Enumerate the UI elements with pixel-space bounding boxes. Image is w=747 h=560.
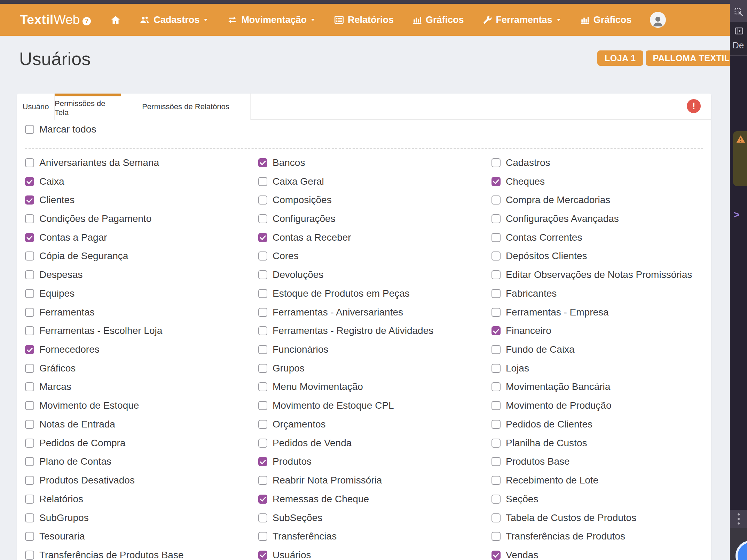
permission-checkbox[interactable] <box>492 551 501 560</box>
permission-checkbox[interactable] <box>25 513 34 522</box>
permission-label[interactable]: Movimento de Estoque CPL <box>273 400 394 411</box>
permission-label[interactable]: Configurações Avançadas <box>506 213 619 224</box>
permission-label[interactable]: Vendas <box>506 550 538 560</box>
permission-checkbox[interactable] <box>258 308 267 317</box>
permission-checkbox[interactable] <box>492 214 501 223</box>
permission-label[interactable]: Pedidos de Clientes <box>506 419 592 430</box>
permission-checkbox[interactable] <box>258 476 267 485</box>
console-prompt-chevron[interactable]: > <box>733 209 740 221</box>
tab-permissoes-tela[interactable]: Permissões de Tela <box>55 94 121 120</box>
user-avatar[interactable] <box>650 12 666 28</box>
permission-label[interactable]: Reabrir Nota Promissória <box>273 475 382 486</box>
permission-label[interactable]: Caixa <box>39 176 64 187</box>
permission-checkbox[interactable] <box>492 401 501 410</box>
permission-checkbox[interactable] <box>258 177 267 186</box>
permission-checkbox[interactable] <box>492 177 501 186</box>
permission-checkbox[interactable] <box>258 195 267 205</box>
permission-label[interactable]: Transferências de Produtos Base <box>39 550 184 560</box>
permission-label[interactable]: Equipes <box>39 288 74 299</box>
permission-label[interactable]: Aniversariantes da Semana <box>39 157 159 168</box>
permission-label[interactable]: Planilha de Custos <box>506 438 587 449</box>
permission-label[interactable]: Ferramentas - Empresa <box>506 307 609 318</box>
permission-checkbox[interactable] <box>25 326 34 335</box>
permission-checkbox[interactable] <box>258 233 267 242</box>
permission-checkbox[interactable] <box>25 532 34 541</box>
permission-label[interactable]: Contas Correntes <box>506 232 582 243</box>
permission-label[interactable]: Usuários <box>273 550 311 560</box>
store-button-company[interactable]: PALLOMA TEXTIL <box>646 50 737 66</box>
permission-checkbox[interactable] <box>492 439 501 448</box>
permission-label[interactable]: Configurações <box>273 213 336 224</box>
permission-checkbox[interactable] <box>258 158 267 167</box>
permission-checkbox[interactable] <box>25 270 34 279</box>
permission-label[interactable]: Orçamentos <box>273 419 326 430</box>
permission-label[interactable]: Tesouraria <box>39 531 85 542</box>
permission-checkbox[interactable] <box>25 439 34 448</box>
permission-label[interactable]: SubGrupos <box>39 512 89 523</box>
permission-label[interactable]: Movimento de Produção <box>506 400 612 411</box>
console-warning-entry[interactable] <box>733 131 747 186</box>
nav-item-home[interactable] <box>110 15 121 25</box>
permission-checkbox[interactable] <box>25 457 34 466</box>
nav-item-ferramentas[interactable]: Ferramentas <box>482 15 561 25</box>
permission-label[interactable]: Compra de Mercadorias <box>506 194 610 206</box>
permission-checkbox[interactable] <box>492 457 501 466</box>
permission-checkbox[interactable] <box>258 382 267 391</box>
store-button-loja[interactable]: LOJA 1 <box>597 50 643 66</box>
permission-label[interactable]: Cadastros <box>506 157 550 168</box>
nav-item-movimenta-o[interactable]: Movimentação <box>227 15 316 25</box>
permission-checkbox[interactable] <box>25 551 34 560</box>
permission-label[interactable]: Transferências <box>273 531 337 542</box>
permission-label[interactable]: Produtos Desativados <box>39 475 135 486</box>
permission-label[interactable]: Fundo de Caixa <box>506 344 575 355</box>
permission-label[interactable]: Ferramentas - Aniversariantes <box>273 307 403 318</box>
permission-checkbox[interactable] <box>258 513 267 522</box>
permission-checkbox[interactable] <box>492 233 501 242</box>
permission-label[interactable]: Plano de Contas <box>39 456 111 467</box>
permission-label[interactable]: Editar Observações de Notas Promissórias <box>506 269 692 280</box>
permission-label[interactable]: Cópia de Segurança <box>39 250 128 262</box>
permission-checkbox[interactable] <box>258 420 267 429</box>
permission-checkbox[interactable] <box>492 308 501 317</box>
permission-checkbox[interactable] <box>258 214 267 223</box>
permission-checkbox[interactable] <box>492 476 501 485</box>
dock-side-icon[interactable] <box>734 26 744 37</box>
permission-checkbox[interactable] <box>25 251 34 261</box>
permission-checkbox[interactable] <box>492 195 501 205</box>
permission-label[interactable]: Transferências de Produtos <box>506 531 625 542</box>
permission-label[interactable]: Menu Movimentação <box>273 381 363 392</box>
permission-label[interactable]: Funcionários <box>273 344 328 355</box>
permission-checkbox[interactable] <box>492 289 501 298</box>
permission-checkbox[interactable] <box>492 382 501 391</box>
tab-permissoes-relatorios[interactable]: Permissões de Relatórios <box>121 94 251 120</box>
permission-label[interactable]: Gráficos <box>39 363 76 374</box>
permission-checkbox[interactable] <box>25 420 34 429</box>
permission-label[interactable]: Financeiro <box>506 325 551 336</box>
permission-checkbox[interactable] <box>492 158 501 167</box>
permission-checkbox[interactable] <box>25 382 34 391</box>
permission-checkbox[interactable] <box>258 270 267 279</box>
permission-label[interactable]: Devoluções <box>273 269 323 280</box>
nav-item-cadastros[interactable]: Cadastros <box>139 15 209 25</box>
permission-checkbox[interactable] <box>258 364 267 373</box>
permission-label[interactable]: Despesas <box>39 269 83 280</box>
permission-checkbox[interactable] <box>25 476 34 485</box>
permission-label[interactable]: Contas a Pagar <box>39 232 107 243</box>
permission-label[interactable]: Recebimento de Lote <box>506 475 598 486</box>
permission-label[interactable]: Lojas <box>506 363 529 374</box>
help-icon[interactable]: ? <box>82 17 91 25</box>
permission-checkbox[interactable] <box>492 513 501 522</box>
brand-logo[interactable]: TextilWeb ? <box>20 13 91 27</box>
permission-label[interactable]: Movimentação Bancária <box>506 381 610 392</box>
permission-checkbox[interactable] <box>25 158 34 167</box>
permission-label[interactable]: Composições <box>273 194 332 206</box>
permission-checkbox[interactable] <box>25 345 34 354</box>
permission-checkbox[interactable] <box>25 195 34 205</box>
kebab-menu-icon[interactable] <box>730 510 747 528</box>
permission-label[interactable]: Estoque de Produtos em Peças <box>273 288 410 299</box>
permission-checkbox[interactable] <box>492 495 501 504</box>
permission-label[interactable]: Depósitos Clientes <box>506 250 587 262</box>
permission-checkbox[interactable] <box>25 308 34 317</box>
permission-label[interactable]: Cheques <box>506 176 545 187</box>
permission-label[interactable]: SubSeções <box>273 512 322 523</box>
